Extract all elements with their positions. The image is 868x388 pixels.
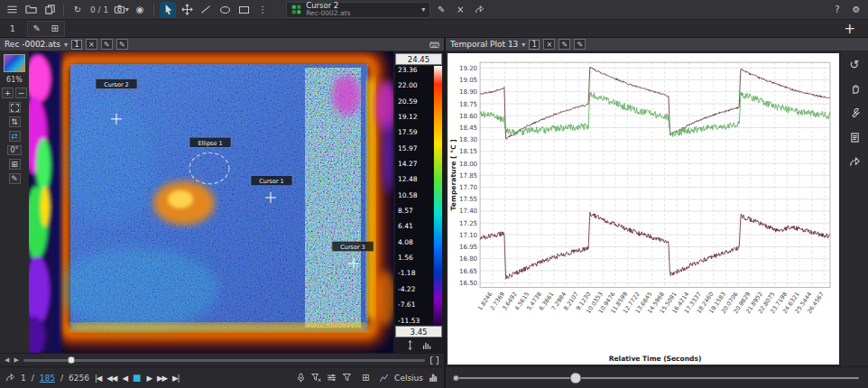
rewind-button[interactable]: ◀◀ (106, 374, 116, 383)
refresh-icon: ↻ (74, 5, 81, 14)
profile-edit-button[interactable]: ✎ (9, 173, 21, 184)
caret-down-icon[interactable]: ▾ (522, 41, 525, 49)
recordings-button[interactable] (42, 2, 58, 18)
settings-button[interactable]: ⚙ (848, 2, 864, 18)
temporal-chart[interactable]: 19.2019.0518.9018.7518.6018.4518.3018.15… (448, 53, 839, 365)
help-button[interactable]: ? (829, 2, 845, 18)
pan-button[interactable] (846, 80, 863, 97)
units-label: Celsius (394, 374, 423, 383)
edit-analysis-button[interactable]: ✎ (433, 2, 449, 18)
analysis-selector-dropdown[interactable]: Cursor 2 Rec-0002.ats ▾ (286, 2, 430, 18)
adjustments-icon[interactable] (327, 373, 337, 383)
svg-text:18.75: 18.75 (459, 99, 477, 107)
frame-number-input[interactable]: 185 (40, 374, 55, 383)
next-frame-chevron[interactable]: ▶ (14, 356, 18, 364)
rectangle-tool-button[interactable] (235, 2, 252, 18)
viewer-toolstrip: 61% + − ⇅ ⇄ 0° ⊞ ✎ (0, 51, 29, 353)
thermal-viewer[interactable]: Cursor 2 Ellipse 1 Curs (29, 51, 393, 353)
grid-layout-button[interactable]: ⊞ (46, 22, 64, 36)
fit-to-window-button[interactable] (9, 102, 21, 113)
thermal-image[interactable]: Cursor 2 Ellipse 1 Curs (29, 51, 393, 353)
close-panel-button[interactable]: × (86, 39, 97, 50)
skip-end-button[interactable]: ▶| (172, 374, 179, 383)
flip-horizontal-button[interactable]: ⇄ (9, 131, 21, 142)
delete-analysis-button[interactable]: × (452, 2, 468, 18)
close-icon: × (547, 41, 553, 49)
plot-slider-track[interactable] (455, 377, 859, 379)
flip-vertical-icon: ⇅ (11, 117, 18, 126)
prev-frame-chevron[interactable]: ◀ (5, 356, 9, 364)
color-scale-bar[interactable] (434, 66, 442, 325)
keyboard-icon[interactable] (429, 40, 439, 50)
svg-text:16.95: 16.95 (459, 243, 477, 251)
layout-edit-group: ✎ ⊞ (27, 21, 65, 37)
rotation-label[interactable]: 0° (7, 145, 21, 155)
step-back-button[interactable]: ◀ (122, 374, 127, 383)
move-tool-button[interactable] (179, 2, 195, 18)
menu-button[interactable] (4, 2, 20, 18)
edit-panel-button[interactable]: ✎ (559, 39, 570, 50)
zoom-in-button[interactable]: + (2, 88, 14, 98)
camera-button[interactable]: ▾ (113, 2, 129, 18)
scale-max-input[interactable]: 24.45 (395, 53, 442, 65)
filter-clear-icon[interactable] (311, 373, 321, 383)
image-thumbnail[interactable] (4, 54, 25, 72)
line-tool-button[interactable] (198, 2, 214, 18)
histogram-icon[interactable] (429, 373, 439, 383)
hamburger-icon (6, 4, 18, 15)
share-arrow-icon (849, 156, 861, 168)
share-analysis-button[interactable] (471, 2, 487, 18)
close-panel-button[interactable]: × (543, 39, 555, 50)
refresh-button[interactable]: ↻ (69, 2, 86, 18)
skip-start-button[interactable]: |◀ (95, 374, 101, 383)
caret-down-icon: ▾ (125, 5, 129, 14)
image-panel: Rec -0002.ats ▾ 1 × ✎ ✎ 61% + − (0, 38, 446, 388)
microphone-icon[interactable] (296, 373, 306, 383)
svg-text:16.65: 16.65 (459, 267, 477, 275)
record-button[interactable]: ◉ (132, 2, 148, 18)
scale-tick: 20.59 (398, 98, 433, 106)
scale-min-input[interactable]: 3.45 (395, 326, 442, 337)
edit-layout-button[interactable]: ✎ (28, 22, 46, 36)
frame-slider-track[interactable] (23, 359, 425, 362)
plot-notes-button[interactable] (846, 129, 863, 145)
play-button[interactable]: ▶ (146, 374, 152, 383)
ellipse-tool-button[interactable] (217, 2, 233, 18)
zoom-out-button[interactable]: − (15, 88, 27, 98)
annotate-panel-button[interactable]: ✎ (574, 39, 586, 50)
export-icon[interactable] (5, 373, 15, 383)
export-plot-button[interactable] (846, 153, 863, 170)
units-dropdown[interactable]: Celsius (394, 374, 423, 383)
fast-forward-button[interactable]: ▶▶ (157, 374, 167, 383)
plot-icon[interactable] (379, 373, 389, 383)
plot-slider-handle[interactable] (570, 372, 582, 383)
scale-tick: 10.58 (398, 192, 433, 199)
chart-area[interactable]: 19.2019.0518.9018.7518.6018.4518.3018.15… (448, 53, 839, 365)
reset-zoom-button[interactable]: ↺ (846, 56, 863, 72)
palette-settings-icon[interactable] (422, 340, 432, 350)
main-area: Rec -0002.ats ▾ 1 × ✎ ✎ 61% + − (0, 38, 868, 388)
more-tools-button[interactable]: ⋮ (254, 2, 271, 18)
caret-down-icon[interactable]: ▾ (64, 41, 68, 49)
frame-slider-handle[interactable] (68, 356, 76, 365)
pointer-tool-button[interactable] (160, 2, 176, 18)
workspace-tab-1[interactable]: 1 (5, 24, 20, 33)
scale-tick: 23.36 (398, 67, 433, 74)
data-table-button[interactable]: ⊞ (357, 370, 374, 386)
plot-slider-start-handle[interactable] (453, 374, 459, 381)
flip-vertical-button[interactable]: ⇅ (9, 116, 21, 127)
instance-badge: 1 (71, 40, 82, 50)
auto-scale-icon[interactable] (405, 340, 415, 350)
open-button[interactable] (23, 2, 39, 18)
stop-button[interactable]: ■ (133, 373, 141, 383)
edit-panel-button[interactable]: ✎ (101, 39, 113, 50)
plot-panel-header: Temporal Plot 13 ▾ 1 × ✎ ✎ (446, 38, 868, 51)
filter-icon[interactable] (342, 373, 352, 383)
annotate-panel-button[interactable]: ✎ (116, 39, 128, 50)
add-panel-button[interactable]: + (836, 21, 863, 37)
hand-icon (849, 83, 861, 95)
loop-range-icon[interactable] (429, 356, 439, 365)
application-window: ↻ 0 / 1 ▾ ◉ ⋮ Cursor 2 Rec-0002.ats ▾ ✎ … (0, 0, 868, 388)
layout-grid-button[interactable]: ⊞ (9, 159, 21, 170)
plot-settings-button[interactable] (846, 105, 863, 121)
